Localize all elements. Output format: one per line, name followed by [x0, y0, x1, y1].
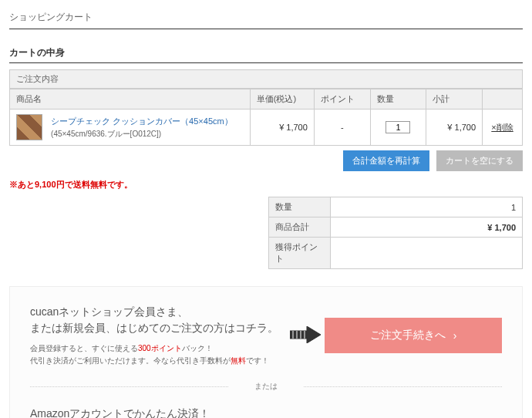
order-header: ご注文内容	[9, 69, 523, 89]
proceed-checkout-button[interactable]: ご注文手続きへ ›	[325, 318, 502, 353]
col-subtotal: 小計	[426, 89, 483, 110]
proceed-label: ご注文手続きへ	[370, 329, 446, 342]
summary-qty-label: 数量	[269, 197, 331, 217]
member-sub-2c: です！	[246, 356, 269, 365]
summary-point-val	[331, 238, 523, 269]
col-point: ポイント	[314, 89, 370, 110]
member-sub-1a: 会員登録すると、すぐに使える	[30, 344, 138, 352]
product-link[interactable]: シープチェック クッションカバー（45×45cm）	[51, 116, 233, 126]
cart-table: 商品名 単価(税込) ポイント 数量 小計 シープチェック クッションカバー（4…	[9, 89, 523, 146]
summary-total-val: ¥ 1,700	[331, 217, 523, 238]
col-action	[483, 89, 523, 110]
amazon-heading-1: Amazonアカウントでかんたん決済！	[30, 407, 210, 418]
recalc-button[interactable]: 合計金額を再計算	[343, 150, 429, 171]
col-price: 単価(税込)	[250, 89, 314, 110]
product-variant: (45×45cm/9636.ブルー[O012C])	[51, 129, 233, 140]
chevron-right-icon: ›	[453, 329, 457, 342]
member-sub-1b: 300ポイント	[138, 344, 182, 352]
empty-cart-button[interactable]: カートを空にする	[436, 150, 523, 171]
summary-total-label: 商品合計	[269, 217, 331, 238]
cell-point: -	[314, 110, 370, 146]
table-row: シープチェック クッションカバー（45×45cm） (45×45cm/9636.…	[10, 110, 523, 146]
summary-qty-val: 1	[331, 197, 523, 217]
member-heading-1: cucanネットショップ会員さま、	[30, 305, 188, 318]
delete-link[interactable]: ×削除	[491, 123, 513, 132]
checkout-box: cucanネットショップ会員さま、 または新規会員、はじめてのご注文の方はコチラ…	[9, 286, 523, 418]
product-thumbnail[interactable]	[16, 114, 42, 140]
cell-price: ¥ 1,700	[250, 110, 314, 146]
page-title: ショッピングカート	[9, 6, 523, 29]
arrow-right-striped-icon	[290, 326, 321, 343]
col-qty: 数量	[370, 89, 426, 110]
quantity-input[interactable]	[386, 121, 410, 133]
col-name: 商品名	[10, 89, 251, 110]
member-sub-1c: バック！	[182, 344, 213, 352]
section-title: カートの中身	[9, 43, 523, 63]
divider-or: または	[30, 381, 502, 392]
summary-table: 数量1 商品合計¥ 1,700 獲得ポイント	[268, 197, 523, 269]
member-sub-2b: 無料	[231, 356, 246, 365]
member-heading-2: または新規会員、はじめてのご注文の方はコチラ。	[30, 322, 278, 334]
summary-point-label: 獲得ポイント	[269, 238, 331, 269]
member-sub-2a: 代引き決済がご利用いただけます。今なら代引き手数料が	[30, 356, 231, 365]
free-shipping-notice: ※あと9,100円で送料無料です。	[9, 179, 523, 190]
cell-subtotal: ¥ 1,700	[426, 110, 483, 146]
